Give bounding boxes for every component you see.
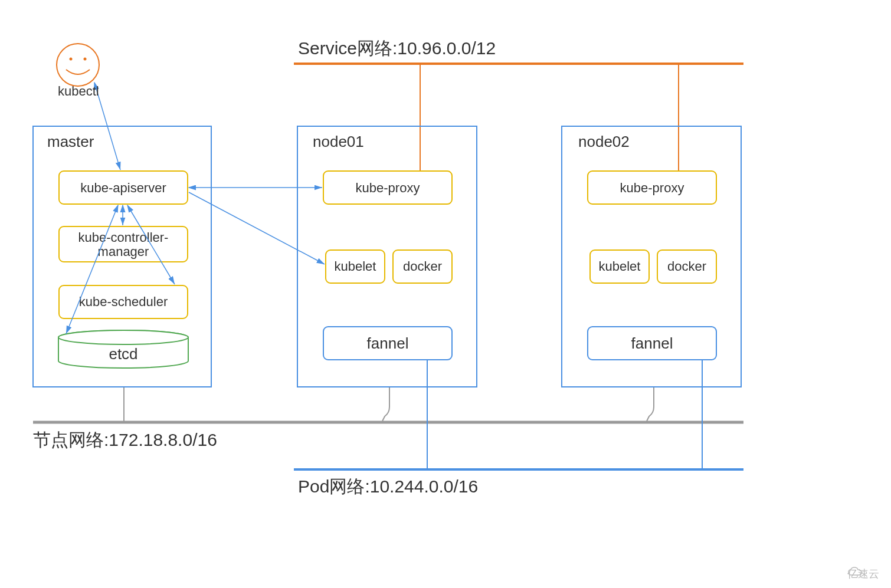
watermark: 亿速云 (847, 567, 879, 581)
node02-kube-proxy-label: kube-proxy (620, 180, 684, 195)
svg-point-0 (57, 44, 99, 86)
kubectl-label: kubectl (58, 84, 99, 99)
svg-point-4 (58, 330, 188, 344)
node01-fannel-label: fannel (367, 334, 409, 352)
node01-title: node01 (313, 133, 364, 150)
node02-kubelet-label: kubelet (599, 259, 641, 274)
node01-docker-label: docker (403, 259, 442, 274)
service-network-label: Service网络:10.96.0.0/12 (298, 37, 496, 61)
svg-point-1 (70, 58, 73, 61)
kube-controller-label-l1: kube-controller- (78, 230, 169, 245)
node-riser-node02 (647, 387, 654, 421)
arrow-apiserver-node01kubelet (189, 192, 325, 264)
node02-docker-label: docker (667, 259, 706, 274)
master-title: master (47, 133, 94, 150)
kube-controller-label-l2: manager (98, 244, 149, 259)
node01-kubelet-label: kubelet (335, 259, 376, 274)
node-riser-node01 (382, 387, 389, 421)
node02-title: node02 (578, 133, 630, 150)
node01-kube-proxy-label: kube-proxy (356, 180, 420, 195)
k8s-architecture-diagram: master kube-apiserver kube-controller- m… (0, 0, 891, 588)
kube-scheduler-label: kube-scheduler (79, 294, 168, 309)
etcd-label: etcd (109, 345, 137, 363)
svg-point-2 (84, 58, 87, 61)
kube-apiserver-label: kube-apiserver (80, 180, 166, 195)
pod-network-label: Pod网络:10.244.0.0/16 (298, 475, 478, 499)
kubectl-icon (57, 44, 99, 86)
node-network-label: 节点网络:172.18.8.0/16 (33, 428, 217, 452)
node02-fannel-label: fannel (631, 334, 673, 352)
